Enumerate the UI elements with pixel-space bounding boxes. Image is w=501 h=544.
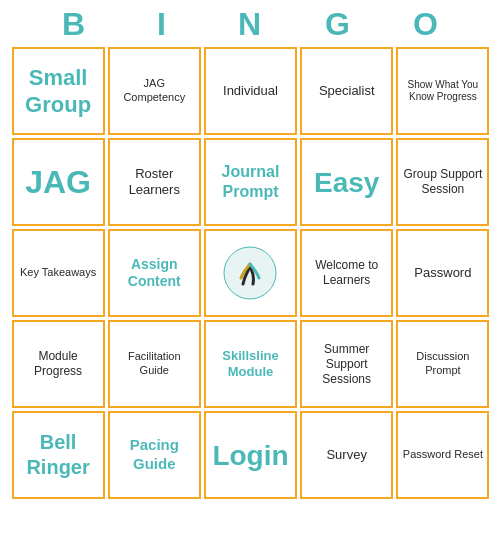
cell-5-3[interactable]: Login (204, 411, 297, 499)
skillsline-logo-icon (223, 246, 277, 300)
cell-3-3[interactable] (204, 229, 297, 317)
cell-4-1[interactable]: Module Progress (12, 320, 105, 408)
cell-5-2[interactable]: Pacing Guide (108, 411, 201, 499)
cell-2-2[interactable]: Roster Learners (108, 138, 201, 226)
cell-1-4[interactable]: Specialist (300, 47, 393, 135)
cell-1-1[interactable]: SmallGroup (12, 47, 105, 135)
cell-5-4[interactable]: Survey (300, 411, 393, 499)
cell-2-5[interactable]: Group Support Session (396, 138, 489, 226)
letter-n: N (207, 6, 295, 43)
cell-1-2[interactable]: JAG Competency (108, 47, 201, 135)
bingo-container: B I N G O SmallGroup JAG Competency Indi… (6, 0, 496, 505)
bingo-grid: SmallGroup JAG Competency Individual Spe… (12, 47, 490, 499)
cell-3-2[interactable]: Assign Content (108, 229, 201, 317)
letter-g: G (295, 6, 383, 43)
svg-point-0 (224, 247, 276, 299)
cell-2-1[interactable]: JAG (12, 138, 105, 226)
bingo-header: B I N G O (12, 6, 490, 43)
cell-4-4[interactable]: Summer Support Sessions (300, 320, 393, 408)
cell-4-3[interactable]: Skillsline Module (204, 320, 297, 408)
cell-4-5[interactable]: Discussion Prompt (396, 320, 489, 408)
cell-3-5[interactable]: Password (396, 229, 489, 317)
letter-b: B (31, 6, 119, 43)
cell-1-3[interactable]: Individual (204, 47, 297, 135)
cell-1-5[interactable]: Show What You Know Progress (396, 47, 489, 135)
letter-i: I (119, 6, 207, 43)
cell-2-3[interactable]: Journal Prompt (204, 138, 297, 226)
cell-2-4[interactable]: Easy (300, 138, 393, 226)
cell-4-2[interactable]: Facilitation Guide (108, 320, 201, 408)
cell-5-1[interactable]: BellRinger (12, 411, 105, 499)
cell-3-1[interactable]: Key Takeaways (12, 229, 105, 317)
cell-3-4[interactable]: Welcome to Learners (300, 229, 393, 317)
cell-5-5[interactable]: Password Reset (396, 411, 489, 499)
letter-o: O (383, 6, 471, 43)
